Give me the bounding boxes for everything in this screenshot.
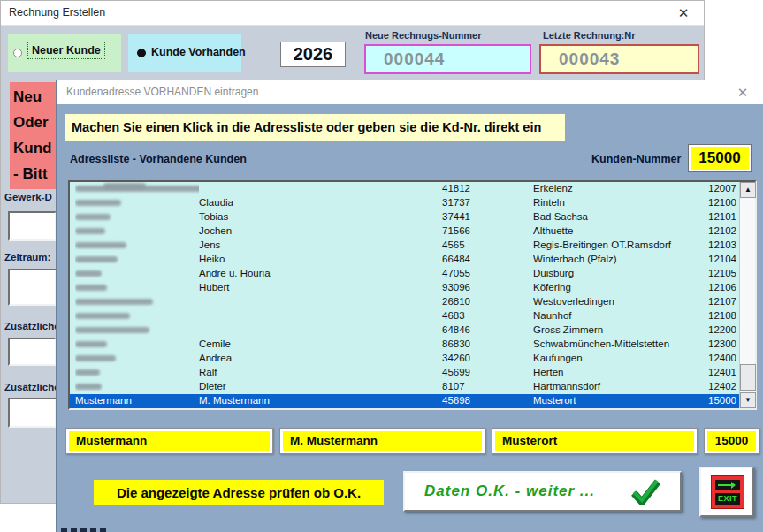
selected-full-name-field[interactable]: M. Mustermann <box>279 428 485 454</box>
plz-cell: 93096 <box>442 282 470 293</box>
zusatz-input-2[interactable] <box>8 398 57 428</box>
plz-cell: 86830 <box>442 338 470 349</box>
notice-line: Oder <box>13 110 57 135</box>
list-item[interactable]: Hubert93096Köfering12106 <box>70 281 739 295</box>
id-cell: 12104 <box>708 254 736 264</box>
name-cell: Mustermann <box>75 395 199 406</box>
plz-cell: 47055 <box>442 268 470 278</box>
redacted-name <box>75 242 126 248</box>
id-cell: 12401 <box>708 367 736 377</box>
name-cell <box>75 381 199 391</box>
exit-arrow-icon <box>718 484 732 486</box>
id-cell: 12007 <box>708 183 736 194</box>
list-item[interactable]: Cemile86830Schwabmünchen-Mittelstetten12… <box>70 338 739 352</box>
redacted-name <box>75 384 102 390</box>
redacted-name <box>75 341 107 347</box>
close-icon[interactable]: ✕ <box>674 4 693 22</box>
id-cell: 12101 <box>708 211 736 222</box>
list-item[interactable]: Dieter8107Hartmannsdorf12402 <box>70 380 739 394</box>
redacted-name <box>75 214 111 220</box>
data-ok-button[interactable]: Daten O.K. - weiter ... <box>403 471 682 512</box>
plz-cell: 45698 <box>442 395 470 406</box>
selected-city-field[interactable]: Musterort <box>492 428 698 454</box>
name-cell <box>75 268 199 278</box>
selected-last-name-field[interactable]: Mustermann <box>65 428 273 454</box>
scrollbar-thumb[interactable] <box>740 364 756 391</box>
city-cell: Westoverledingen <box>533 296 708 307</box>
vertical-scrollbar[interactable]: ▲ ▼ <box>739 182 755 408</box>
id-cell: 12102 <box>708 225 736 236</box>
list-item[interactable]: Andrea34260Kaufungen12400 <box>70 352 739 366</box>
redacted-name <box>75 270 102 277</box>
plz-cell: 71566 <box>442 225 470 236</box>
redacted-name <box>75 256 118 262</box>
redacted-name <box>75 200 121 206</box>
plz-cell: 4683 <box>442 310 465 321</box>
zusatz-input-1[interactable] <box>8 338 57 366</box>
radio-checked-icon[interactable] <box>137 49 146 57</box>
last-invoice-number-field[interactable]: 000043 <box>539 44 699 74</box>
redacted-name <box>75 355 116 361</box>
close-icon[interactable]: ✕ <box>733 84 752 102</box>
name-cell <box>75 282 199 293</box>
city-cell: Erkelenz <box>533 183 708 194</box>
scroll-down-icon[interactable]: ▼ <box>740 392 756 408</box>
selected-city-value: Musterort <box>495 431 694 451</box>
name-cell <box>75 225 199 236</box>
list-item[interactable]: Jens4565Regis-Breitingen OT.Ramsdorf1210… <box>70 239 739 253</box>
plz-cell: 31737 <box>442 197 470 208</box>
list-item[interactable]: Andre u. Houria47055Duisburg12105 <box>70 267 739 281</box>
plz-cell: 37441 <box>442 211 470 222</box>
window-title: Rechnung Erstellen <box>9 6 105 19</box>
list-item[interactable]: MustermannM. Mustermann45698Musterort150… <box>70 394 739 408</box>
data-ok-label: Daten O.K. - weiter ... <box>424 483 595 500</box>
list-item[interactable]: Claudia31737Rinteln12100 <box>70 196 739 210</box>
name-cell <box>75 254 199 264</box>
list-item[interactable]: Tobias37441Bad Sachsa12101 <box>70 210 739 224</box>
dialog-title: Kundenadresse VORHANDEN eintragen <box>66 86 258 98</box>
plz-cell: 34260 <box>442 353 470 363</box>
list-item[interactable]: Ralf45699Herten12401 <box>70 366 739 380</box>
customer-number-field[interactable]: 15000 <box>689 145 751 171</box>
zeitraum-input[interactable] <box>8 269 57 306</box>
list-item[interactable]: 64846Gross Zimmern12200 <box>70 323 739 338</box>
name-cell <box>75 353 199 363</box>
list-item[interactable]: 41812Erkelenz12007 <box>70 182 739 196</box>
first-cell: M. Mustermann <box>199 395 270 406</box>
city-cell: Köfering <box>533 282 708 293</box>
name-cell <box>75 338 199 349</box>
zeitraum-label: Zeitraum: <box>4 252 57 262</box>
radio-unchecked-icon[interactable] <box>13 49 22 57</box>
city-cell: Winterbach (Pfalz) <box>533 254 708 264</box>
check-icon <box>630 479 660 505</box>
new-customer-option[interactable]: Neuer Kunde <box>8 34 121 72</box>
year-field[interactable]: 2026 <box>280 42 346 67</box>
existing-customer-option[interactable]: Kunde Vorhanden <box>128 34 241 72</box>
city-cell: Schwabmünchen-Mittelstetten <box>533 338 708 349</box>
first-cell: Hubert <box>199 282 230 293</box>
plz-cell: 4565 <box>442 239 465 250</box>
list-item[interactable]: Jochen71566Althuette12102 <box>70 224 739 239</box>
address-list[interactable]: 41812Erkelenz12007Claudia31737Rinteln121… <box>68 180 757 410</box>
id-cell: 12300 <box>708 338 736 349</box>
id-cell: 12100 <box>708 197 736 208</box>
city-cell: Naunhof <box>533 310 708 321</box>
list-item[interactable]: 4683Naunhof12108 <box>70 309 739 323</box>
id-cell: 12105 <box>708 268 736 278</box>
exit-button[interactable]: EXIT <box>699 467 754 517</box>
selected-last-name-value: Mustermann <box>69 431 270 451</box>
instruction-banner: Machen Sie einen Klick in die Adresslist… <box>65 114 565 141</box>
exit-icon: EXIT <box>711 475 744 509</box>
exit-label: EXIT <box>715 493 740 505</box>
id-cell: 12107 <box>708 296 736 307</box>
new-invoice-number-field[interactable]: 000044 <box>364 44 531 74</box>
selected-customer-id-field[interactable]: 15000 <box>704 428 759 454</box>
scroll-up-icon[interactable]: ▲ <box>740 182 756 198</box>
list-item[interactable]: 26810Westoverledingen12107 <box>70 295 739 309</box>
address-list-rows: 41812Erkelenz12007Claudia31737Rinteln121… <box>70 182 739 408</box>
list-item[interactable]: Heiko66484Winterbach (Pfalz)12104 <box>70 253 739 267</box>
selected-full-name-value: M. Mustermann <box>283 431 482 451</box>
gewerk-input[interactable] <box>8 211 57 241</box>
last-invoice-number-label: Letzte Rechnung:Nr <box>543 30 636 41</box>
check-address-hint: Die angezeigte Adresse prüfen ob O.K. <box>94 480 384 505</box>
